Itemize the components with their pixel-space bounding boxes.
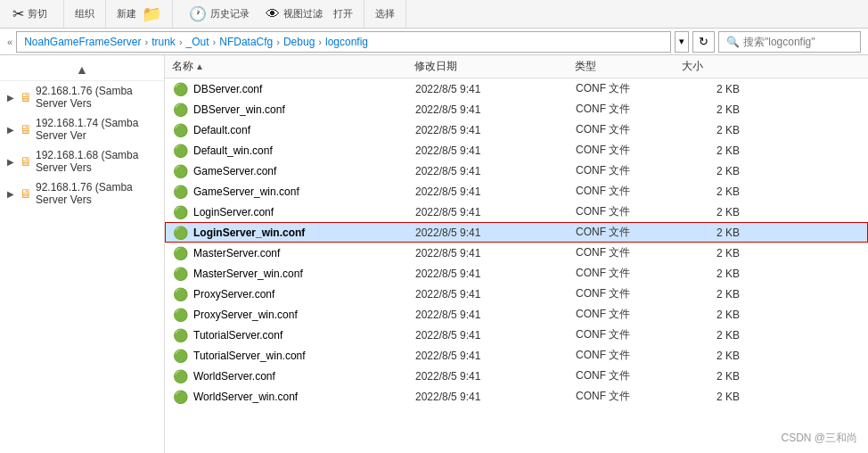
file-name-0: DBServer.conf <box>193 83 262 95</box>
table-row[interactable]: 🟢 LoginServer.conf 2022/8/5 9:41 CONF 文件… <box>165 202 868 222</box>
file-date-12: 2022/8/5 9:41 <box>415 329 576 342</box>
search-box[interactable]: 🔍 <box>718 31 861 53</box>
path-trunk[interactable]: trunk <box>151 36 176 48</box>
header-name-text: 名称 <box>172 59 193 74</box>
table-row[interactable]: 🟢 ProxyServer_win.conf 2022/8/5 9:41 CON… <box>165 304 868 325</box>
file-icon-14: 🟢 <box>173 369 188 383</box>
file-name-5: GameServer_win.conf <box>193 185 299 198</box>
table-row[interactable]: 🟢 WorldServer.conf 2022/8/5 9:41 CONF 文件… <box>165 366 868 386</box>
table-row[interactable]: 🟢 TutorialServer.conf 2022/8/5 9:41 CONF… <box>165 325 868 345</box>
address-bar: « NoahGameFrameServer › trunk › _Out › N… <box>0 29 868 55</box>
file-size-10: 2 KB <box>683 288 754 301</box>
file-date-13: 2022/8/5 9:41 <box>415 350 576 362</box>
sidebar-item-2[interactable]: ▶ 🖥 192.168.1.68 (Samba Server Vers <box>0 145 164 177</box>
header-type[interactable]: 类型 <box>575 59 682 74</box>
file-date-10: 2022/8/5 9:41 <box>415 288 576 301</box>
file-name-6: LoginServer.conf <box>193 206 274 218</box>
file-size-13: 2 KB <box>683 350 754 362</box>
search-icon: 🔍 <box>726 36 740 48</box>
table-row[interactable]: 🟢 WorldServer_win.conf 2022/8/5 9:41 CON… <box>165 386 868 407</box>
file-icon-15: 🟢 <box>173 390 188 404</box>
table-row[interactable]: 🟢 MasterServer_win.conf 2022/8/5 9:41 CO… <box>165 263 868 284</box>
watermark: CSDN @三和尚 <box>781 431 857 446</box>
file-header: 名称 ▲ 修改日期 类型 大小 <box>165 55 868 78</box>
sep2: › <box>179 37 183 47</box>
header-size[interactable]: 大小 <box>682 59 753 74</box>
path-out[interactable]: _Out <box>186 36 209 48</box>
file-name-12: TutorialServer.conf <box>193 329 283 342</box>
file-icon-0: 🟢 <box>173 82 188 96</box>
sort-arrow: ▲ <box>195 62 204 71</box>
history-button[interactable]: 🕐 历史记录 <box>184 4 255 24</box>
file-icon-10: 🟢 <box>173 287 188 301</box>
toolbar: ✂ 剪切 组织 新建 📁 🕐 历史记录 👁 视图过滤 打开 选择 <box>0 0 868 29</box>
file-type-4: CONF 文件 <box>576 163 683 178</box>
file-date-7: 2022/8/5 9:41 <box>415 226 576 239</box>
file-size-6: 2 KB <box>683 206 754 218</box>
path-dropdown[interactable]: ▾ <box>675 31 689 53</box>
path-nfdatacfg[interactable]: NFDataCfg <box>219 36 273 48</box>
table-row[interactable]: 🟢 Default.conf 2022/8/5 9:41 CONF 文件 2 K… <box>165 119 868 140</box>
header-name[interactable]: 名称 ▲ <box>165 59 414 74</box>
path-debug[interactable]: Debug <box>283 36 315 48</box>
expand-arrow-0: ▶ <box>7 93 16 103</box>
table-row[interactable]: 🟢 MasterServer.conf 2022/8/5 9:41 CONF 文… <box>165 243 868 263</box>
file-name-4: GameServer.conf <box>193 165 276 177</box>
search-input[interactable] <box>743 36 850 48</box>
file-icon-9: 🟢 <box>173 267 188 281</box>
sidebar-item-0[interactable]: ▶ 🖥 92.168.1.76 (Samba Server Vers <box>0 81 164 113</box>
file-type-0: CONF 文件 <box>576 81 683 96</box>
open-section: 🕐 历史记录 👁 视图过滤 打开 <box>173 0 364 28</box>
table-row[interactable]: 🟢 LoginServer_win.conf 2022/8/5 9:41 CON… <box>165 222 868 243</box>
file-date-4: 2022/8/5 9:41 <box>415 165 576 177</box>
file-icon-12: 🟢 <box>173 328 188 342</box>
sidebar-label-3: 92.168.1.76 (Samba Server Vers <box>36 181 157 206</box>
file-size-0: 2 KB <box>683 83 754 95</box>
path-noahgame[interactable]: NoahGameFrameServer <box>24 36 141 48</box>
sidebar-scroll-up[interactable]: ▲ <box>76 62 88 77</box>
expand-arrow-3: ▶ <box>7 189 16 199</box>
file-size-5: 2 KB <box>683 185 754 198</box>
address-path[interactable]: NoahGameFrameServer › trunk › _Out › NFD… <box>16 31 671 53</box>
file-type-1: CONF 文件 <box>576 102 683 117</box>
open-section-label: 打开 <box>333 7 353 21</box>
file-size-2: 2 KB <box>683 124 754 136</box>
file-date-3: 2022/8/5 9:41 <box>415 144 576 157</box>
sidebar-item-3[interactable]: ▶ 🖥 92.168.1.76 (Samba Server Vers <box>0 177 164 210</box>
table-row[interactable]: 🟢 GameServer.conf 2022/8/5 9:41 CONF 文件 … <box>165 161 868 181</box>
file-date-11: 2022/8/5 9:41 <box>415 309 576 321</box>
file-icon-1: 🟢 <box>173 103 188 117</box>
table-row[interactable]: 🟢 TutorialServer_win.conf 2022/8/5 9:41 … <box>165 345 868 366</box>
file-size-9: 2 KB <box>683 268 754 280</box>
cut-button[interactable]: ✂ 剪切 <box>7 4 53 24</box>
organize-label: 组织 <box>75 7 94 21</box>
sep3: › <box>213 37 217 47</box>
file-name-3: Default_win.conf <box>193 144 273 157</box>
file-icon-8: 🟢 <box>173 246 188 260</box>
table-row[interactable]: 🟢 GameServer_win.conf 2022/8/5 9:41 CONF… <box>165 181 868 202</box>
file-name-8: MasterServer.conf <box>193 247 280 259</box>
table-row[interactable]: 🟢 Default_win.conf 2022/8/5 9:41 CONF 文件… <box>165 140 868 161</box>
file-type-6: CONF 文件 <box>576 204 683 219</box>
view-button[interactable]: 👁 视图过滤 <box>260 4 328 24</box>
file-date-1: 2022/8/5 9:41 <box>415 103 576 116</box>
file-size-8: 2 KB <box>683 247 754 259</box>
sidebar-item-1[interactable]: ▶ 🖥 192.168.1.74 (Samba Server Ver <box>0 113 164 145</box>
expand-arrow-2: ▶ <box>7 157 16 167</box>
cut-icon: ✂ <box>12 5 24 22</box>
table-row[interactable]: 🟢 DBServer.conf 2022/8/5 9:41 CONF 文件 2 … <box>165 78 868 99</box>
table-row[interactable]: 🟢 ProxyServer.conf 2022/8/5 9:41 CONF 文件… <box>165 284 868 304</box>
sidebar-label-2: 192.168.1.68 (Samba Server Vers <box>36 149 157 174</box>
header-date[interactable]: 修改日期 <box>414 59 575 74</box>
path-logconfig[interactable]: logconfig <box>325 36 368 48</box>
file-size-15: 2 KB <box>683 391 754 403</box>
computer-icon-2: 🖥 <box>20 154 32 169</box>
table-row[interactable]: 🟢 DBServer_win.conf 2022/8/5 9:41 CONF 文… <box>165 99 868 119</box>
file-name-14: WorldServer.conf <box>193 370 275 383</box>
file-icon-5: 🟢 <box>173 185 188 199</box>
file-type-7: CONF 文件 <box>576 225 683 240</box>
file-size-1: 2 KB <box>683 103 754 116</box>
file-type-9: CONF 文件 <box>576 266 683 281</box>
file-name-1: DBServer_win.conf <box>193 103 285 116</box>
refresh-button[interactable]: ↻ <box>692 31 715 53</box>
